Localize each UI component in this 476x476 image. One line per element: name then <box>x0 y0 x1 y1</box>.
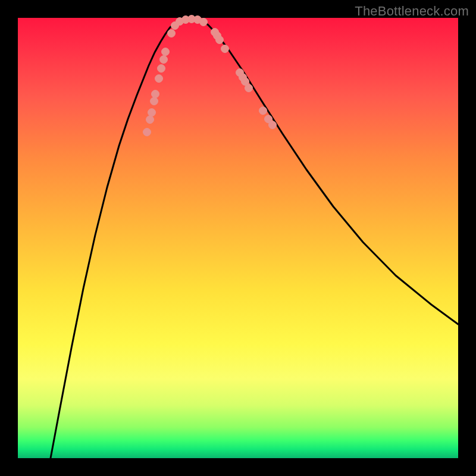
curve-dot <box>143 129 151 136</box>
curve-dot <box>146 116 154 124</box>
curve-dot <box>216 36 224 44</box>
curve-dot <box>245 84 253 92</box>
curve-dot <box>221 45 229 53</box>
curve-dot <box>151 98 158 105</box>
watermark-text: TheBottleneck.com <box>355 4 469 19</box>
curve-dot <box>158 65 165 73</box>
chart-svg <box>18 18 458 458</box>
curve-dot <box>200 18 208 26</box>
chart-frame <box>18 18 458 458</box>
curve-dot <box>162 48 170 56</box>
curve-dot <box>269 121 277 129</box>
curve-dot <box>168 30 176 37</box>
curve-dot <box>259 107 267 115</box>
curve-dot <box>148 109 156 117</box>
bottleneck-curve <box>51 19 458 458</box>
curve-markers <box>143 15 277 136</box>
curve-dot <box>160 56 168 64</box>
curve-dot <box>152 90 159 98</box>
curve-dot <box>155 75 163 83</box>
